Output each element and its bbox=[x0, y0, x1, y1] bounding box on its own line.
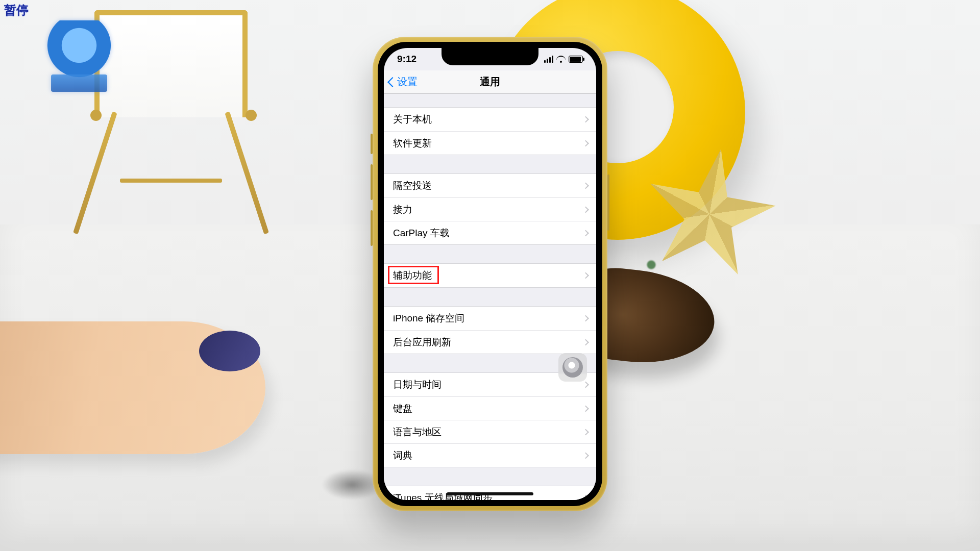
video-pause-label: 暂停 bbox=[4, 2, 29, 18]
settings-row-label: 键盘 bbox=[393, 402, 412, 415]
settings-row-dictionary[interactable]: 词典 bbox=[384, 443, 596, 467]
chevron-right-icon bbox=[582, 116, 589, 123]
cellular-signal-icon bbox=[544, 56, 553, 63]
settings-row-handoff[interactable]: 接力 bbox=[384, 197, 596, 221]
settings-row-label: 语言与地区 bbox=[393, 425, 442, 439]
assistive-touch-icon bbox=[562, 357, 583, 378]
settings-row-software_update[interactable]: 软件更新 bbox=[384, 131, 596, 155]
settings-row-airdrop[interactable]: 隔空投送 bbox=[384, 174, 596, 197]
settings-group: 日期与时间键盘语言与地区词典 bbox=[384, 372, 596, 467]
iphone-device-frame: 9:12 设置 通用 关于本机软件更新隔空投送接力CarPlay 车载辅助功能i… bbox=[373, 37, 607, 511]
chevron-right-icon bbox=[582, 429, 589, 435]
channel-logo-icon bbox=[46, 20, 112, 92]
back-button-label: 设置 bbox=[397, 75, 418, 89]
iphone-screen: 9:12 设置 通用 关于本机软件更新隔空投送接力CarPlay 车载辅助功能i… bbox=[384, 48, 596, 500]
settings-row-label: 隔空投送 bbox=[393, 179, 432, 192]
settings-group: 辅助功能 bbox=[384, 263, 596, 288]
settings-row-label: 关于本机 bbox=[393, 113, 432, 126]
settings-row-storage[interactable]: iPhone 储存空间 bbox=[384, 307, 596, 330]
status-time: 9:12 bbox=[397, 54, 416, 65]
chevron-right-icon bbox=[582, 183, 589, 189]
assistive-touch-button[interactable] bbox=[558, 353, 587, 382]
chevron-right-icon bbox=[582, 140, 589, 146]
settings-row-label: 辅助功能 bbox=[393, 269, 432, 282]
settings-row-language[interactable]: 语言与地区 bbox=[384, 420, 596, 443]
settings-row-label: CarPlay 车载 bbox=[393, 227, 450, 240]
chevron-right-icon bbox=[582, 315, 589, 322]
settings-row-background_refresh[interactable]: 后台应用刷新 bbox=[384, 330, 596, 354]
notch bbox=[442, 48, 538, 65]
settings-group: 关于本机软件更新 bbox=[384, 107, 596, 155]
chevron-right-icon bbox=[582, 230, 589, 236]
chevron-right-icon bbox=[582, 405, 589, 412]
settings-row-label: 后台应用刷新 bbox=[393, 336, 451, 349]
settings-row-label: 词典 bbox=[393, 449, 412, 462]
settings-group: iPhone 储存空间后台应用刷新 bbox=[384, 306, 596, 354]
back-button[interactable]: 设置 bbox=[384, 75, 418, 89]
settings-row-keyboard[interactable]: 键盘 bbox=[384, 396, 596, 420]
chevron-right-icon bbox=[582, 382, 589, 388]
battery-icon bbox=[569, 56, 583, 63]
chevron-right-icon bbox=[582, 495, 589, 500]
chevron-left-icon bbox=[387, 77, 398, 87]
wifi-icon bbox=[556, 56, 566, 63]
settings-row-about[interactable]: 关于本机 bbox=[384, 108, 596, 131]
settings-row-label: 接力 bbox=[393, 203, 412, 216]
navigation-bar: 设置 通用 bbox=[384, 70, 596, 94]
chevron-right-icon bbox=[582, 452, 589, 459]
settings-row-carplay[interactable]: CarPlay 车载 bbox=[384, 221, 596, 244]
settings-row-accessibility[interactable]: 辅助功能 bbox=[384, 264, 596, 287]
chevron-right-icon bbox=[582, 206, 589, 213]
chevron-right-icon bbox=[582, 339, 589, 345]
settings-group: 隔空投送接力CarPlay 车载 bbox=[384, 173, 596, 245]
settings-row-label: 日期与时间 bbox=[393, 378, 442, 391]
home-indicator[interactable] bbox=[447, 492, 533, 495]
settings-scroll-area[interactable]: 关于本机软件更新隔空投送接力CarPlay 车载辅助功能iPhone 储存空间后… bbox=[384, 94, 596, 500]
settings-row-label: iPhone 储存空间 bbox=[393, 312, 464, 325]
settings-row-label: 软件更新 bbox=[393, 137, 432, 150]
chevron-right-icon bbox=[582, 272, 589, 279]
